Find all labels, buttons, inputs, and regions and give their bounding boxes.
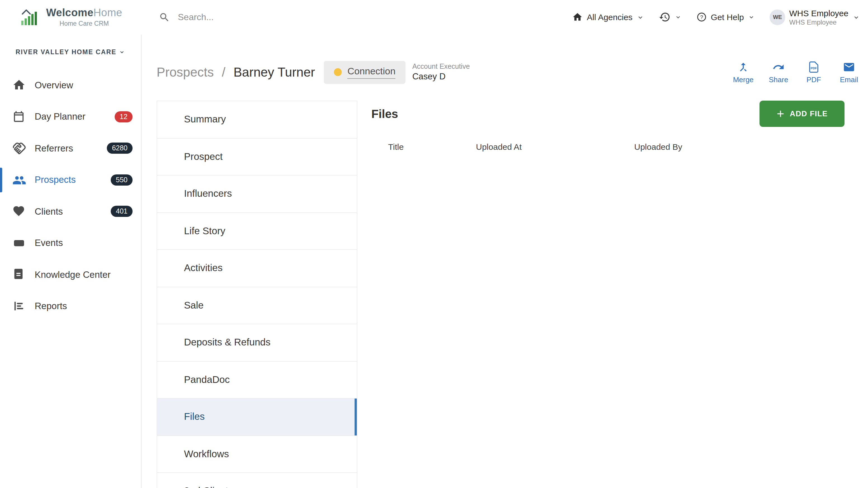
breadcrumb-separator: /: [222, 65, 225, 79]
column-uploaded-by: Uploaded By: [634, 142, 844, 152]
subnav-item-life-story[interactable]: Life Story: [157, 213, 357, 250]
files-title: Files: [369, 107, 398, 121]
subnav-item-activities[interactable]: Activities: [157, 250, 357, 287]
subnav-item-influencers[interactable]: Influencers: [157, 175, 357, 213]
sidebar-item-events[interactable]: Events: [0, 227, 141, 259]
svg-text:PDF: PDF: [811, 66, 817, 70]
subnav-label: PandaDoc: [184, 374, 229, 386]
subnav-item-workflows[interactable]: Workflows: [157, 436, 357, 473]
main-content: Prospects / Barney Turner Connection Acc…: [142, 35, 868, 488]
clients-badge: 401: [111, 206, 132, 217]
topbar: WelcomeHome Home Care CRM All Agencies: [0, 0, 868, 35]
chevron-down-icon: [852, 13, 860, 21]
pdf-button[interactable]: PDF PDF: [803, 61, 825, 84]
agency-name: RIVER VALLEY HOME CARE: [16, 48, 117, 55]
breadcrumb-prospects-link[interactable]: Prospects: [157, 65, 214, 79]
subnav-label: Life Story: [184, 225, 225, 237]
report-chart-icon: [12, 300, 26, 313]
subnav-label: 2nd Client: [184, 486, 228, 488]
subnav-label: Activities: [184, 262, 223, 274]
status-dot-icon: [334, 68, 342, 76]
sidebar-item-knowledge-center[interactable]: Knowledge Center: [0, 259, 141, 290]
merge-button[interactable]: Merge: [732, 61, 754, 84]
sidebar-item-reports[interactable]: Reports: [0, 290, 141, 322]
day-planner-badge: 12: [115, 111, 132, 122]
subnav-label: Deposits & Refunds: [184, 337, 271, 349]
subnav-item-prospect[interactable]: Prospect: [157, 138, 357, 175]
home-icon: [12, 78, 26, 92]
avatar: WE: [770, 9, 785, 25]
history-menu[interactable]: [659, 11, 682, 23]
sidebar-item-label: Knowledge Center: [35, 269, 111, 280]
sidebar-item-prospects[interactable]: Prospects 550: [0, 164, 141, 196]
account-executive-name: Casey D: [412, 71, 470, 82]
brand-subtitle: Home Care CRM: [60, 20, 109, 27]
logo-text: WelcomeHome Home Care CRM: [46, 7, 122, 27]
subnav-label: Summary: [184, 114, 226, 126]
record-subnav: Summary Prospect Influencers Life Story …: [157, 101, 358, 488]
app-root: WelcomeHome Home Care CRM All Agencies: [0, 0, 868, 488]
sidebar-item-label: Reports: [35, 301, 67, 312]
all-agencies-selector[interactable]: All Agencies: [572, 12, 644, 23]
account-executive-label: Account Executive: [412, 62, 470, 71]
sidebar: RIVER VALLEY HOME CARE Overview Day Plan…: [0, 35, 142, 488]
sidebar-item-label: Prospects: [35, 175, 76, 185]
calendar-icon: [12, 110, 26, 124]
search-input[interactable]: [177, 12, 364, 23]
files-table-header: Title Uploaded At Uploaded By: [369, 142, 844, 152]
user-text: WHS Employee WHS Employee: [789, 8, 848, 27]
search-icon: [159, 12, 170, 23]
sidebar-item-day-planner[interactable]: Day Planner 12: [0, 101, 141, 132]
email-label: Email: [840, 75, 858, 84]
sidebar-item-label: Events: [35, 238, 63, 249]
chevron-down-icon: [748, 14, 755, 21]
global-search: [159, 12, 364, 23]
svg-text:?: ?: [700, 14, 703, 21]
user-menu[interactable]: WE WHS Employee WHS Employee: [770, 8, 860, 27]
sidebar-item-overview[interactable]: Overview: [0, 69, 141, 101]
subnav-item-pandadoc[interactable]: PandaDoc: [157, 361, 357, 398]
column-uploaded-at: Uploaded At: [476, 142, 634, 152]
subnav-item-sale[interactable]: Sale: [157, 287, 357, 324]
logo-icon: [19, 7, 41, 27]
email-icon: [843, 61, 855, 73]
user-name: WHS Employee: [789, 8, 848, 19]
handshake-icon: [12, 142, 26, 155]
people-icon: [12, 173, 26, 187]
account-executive: Account Executive Casey D: [412, 62, 470, 82]
page-title: Barney Turner: [234, 65, 315, 79]
page-header: Prospects / Barney Turner Connection Acc…: [157, 56, 860, 88]
chevron-down-icon: [119, 48, 125, 55]
subnav-item-deposits-refunds[interactable]: Deposits & Refunds: [157, 324, 357, 361]
subnav-label: Files: [184, 411, 205, 423]
help-icon: ?: [696, 12, 707, 23]
email-button[interactable]: Email: [838, 61, 860, 84]
sidebar-item-clients[interactable]: Clients 401: [0, 196, 141, 227]
breadcrumb: Prospects / Barney Turner: [157, 65, 315, 80]
agency-selector[interactable]: RIVER VALLEY HOME CARE: [0, 35, 141, 69]
share-button[interactable]: Share: [767, 61, 790, 84]
share-label: Share: [769, 75, 788, 84]
header-actions: Merge Share PDF PDF Email: [732, 61, 860, 84]
merge-label: Merge: [733, 75, 754, 84]
sidebar-item-referrers[interactable]: Referrers 6280: [0, 132, 141, 164]
get-help-menu[interactable]: ? Get Help: [696, 12, 755, 23]
app-logo[interactable]: WelcomeHome Home Care CRM: [0, 7, 141, 27]
status-selector[interactable]: Connection: [324, 61, 405, 84]
sidebar-item-label: Referrers: [35, 143, 73, 154]
merge-icon: [737, 61, 749, 73]
referrers-badge: 6280: [107, 143, 132, 154]
subnav-label: Influencers: [184, 188, 232, 200]
event-card-icon: [12, 236, 26, 250]
column-title: Title: [388, 142, 476, 152]
subnav-item-2nd-client[interactable]: 2nd Client: [157, 473, 357, 488]
user-role: WHS Employee: [789, 19, 848, 27]
subnav-item-files[interactable]: Files: [157, 398, 357, 436]
get-help-label: Get Help: [711, 12, 744, 22]
prospects-badge: 550: [111, 174, 132, 186]
plus-icon: [776, 109, 785, 118]
history-icon: [659, 11, 671, 23]
sidebar-item-label: Clients: [35, 206, 63, 217]
subnav-item-summary[interactable]: Summary: [157, 101, 357, 138]
add-file-button[interactable]: ADD FILE: [760, 101, 844, 127]
